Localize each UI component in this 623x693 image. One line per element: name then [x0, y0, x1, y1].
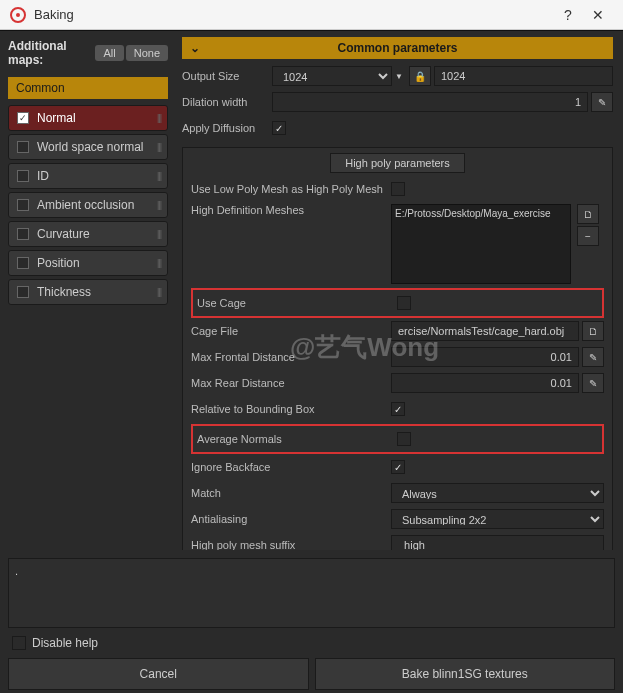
edit-icon[interactable]: ✎ [582, 347, 604, 367]
use-cage-checkbox[interactable] [397, 296, 411, 310]
bottom-panel: . Disable help Cancel Bake blinn1SG text… [0, 550, 623, 693]
cage-file-input[interactable] [391, 321, 579, 341]
use-low-poly-checkbox[interactable] [391, 182, 405, 196]
nav-label: World space normal [37, 140, 144, 154]
options-icon[interactable]: ||| [157, 229, 161, 239]
nav-world-space-normal[interactable]: World space normal ||| [8, 134, 168, 160]
relative-bbox-label: Relative to Bounding Box [191, 403, 391, 415]
panel-header[interactable]: ⌄ Common parameters [182, 37, 613, 59]
nav-label: Normal [37, 111, 76, 125]
max-frontal-input[interactable] [391, 347, 579, 367]
titlebar: Baking ? ✕ [0, 0, 623, 30]
nav-normal[interactable]: ✓ Normal ||| [8, 105, 168, 131]
sidebar: Additional maps: All None Common ✓ Norma… [0, 31, 176, 550]
chevron-down-icon: ⌄ [190, 41, 200, 55]
check-icon [17, 170, 29, 182]
average-normals-checkbox[interactable] [397, 432, 411, 446]
output-size-label: Output Size [182, 70, 272, 82]
check-icon: ✓ [17, 112, 29, 124]
check-icon [17, 228, 29, 240]
nav-ambient-occlusion[interactable]: Ambient occlusion ||| [8, 192, 168, 218]
high-def-meshes-label: High Definition Meshes [191, 204, 391, 216]
edit-icon[interactable]: ✎ [582, 373, 604, 393]
nav-label: Curvature [37, 227, 90, 241]
edit-icon[interactable]: ✎ [591, 92, 613, 112]
options-icon[interactable]: ||| [157, 113, 161, 123]
additional-maps-label: Additional maps: [8, 39, 87, 67]
file-browse-icon[interactable]: 🗋 [577, 204, 599, 224]
disable-help-checkbox[interactable] [12, 636, 26, 650]
window-title: Baking [34, 7, 553, 22]
help-button[interactable]: ? [553, 7, 583, 23]
use-cage-label: Use Cage [197, 297, 397, 309]
max-frontal-label: Max Frontal Distance [191, 351, 391, 363]
dilation-label: Dilation width [182, 96, 272, 108]
content-panel: ⌄ Common parameters Output Size 1024 ▼ 🔒… [176, 31, 623, 550]
apply-diffusion-checkbox[interactable]: ✓ [272, 121, 286, 135]
options-icon[interactable]: ||| [157, 287, 161, 297]
panel-title: Common parameters [337, 41, 457, 55]
subsection-title: High poly parameters [330, 153, 465, 173]
cage-file-label: Cage File [191, 325, 391, 337]
disable-help-label: Disable help [32, 636, 98, 650]
help-textbox: . [8, 558, 615, 628]
section-common[interactable]: Common [8, 77, 168, 99]
options-icon[interactable]: ||| [157, 171, 161, 181]
options-icon[interactable]: ||| [157, 200, 161, 210]
match-select[interactable]: Always [391, 483, 604, 503]
check-icon [17, 286, 29, 298]
average-normals-label: Average Normals [197, 433, 397, 445]
high-def-meshes-input[interactable]: E:/Protoss/Desktop/Maya_exercise [391, 204, 571, 284]
none-button[interactable]: None [126, 45, 168, 61]
use-low-poly-label: Use Low Poly Mesh as High Poly Mesh [191, 183, 391, 195]
lock-button[interactable]: 🔒 [409, 66, 431, 86]
all-button[interactable]: All [95, 45, 123, 61]
nav-label: Thickness [37, 285, 91, 299]
antialiasing-label: Antialiasing [191, 513, 391, 525]
high-suffix-input[interactable] [391, 535, 604, 550]
check-icon [17, 257, 29, 269]
bake-button[interactable]: Bake blinn1SG textures [315, 658, 616, 690]
high-poly-subsection: High poly parameters Use Low Poly Mesh a… [182, 147, 613, 550]
nav-thickness[interactable]: Thickness ||| [8, 279, 168, 305]
apply-diffusion-label: Apply Diffusion [182, 122, 272, 134]
options-icon[interactable]: ||| [157, 258, 161, 268]
dilation-input[interactable] [272, 92, 588, 112]
check-icon [17, 141, 29, 153]
output-width-select[interactable]: 1024 [272, 66, 392, 86]
nav-id[interactable]: ID ||| [8, 163, 168, 189]
app-icon [10, 7, 26, 23]
highlight-use-cage: Use Cage [191, 288, 604, 318]
output-height-input[interactable] [434, 66, 613, 86]
ignore-backface-label: Ignore Backface [191, 461, 391, 473]
high-suffix-label: High poly mesh suffix [191, 539, 391, 550]
ignore-backface-checkbox[interactable]: ✓ [391, 460, 405, 474]
remove-icon[interactable]: − [577, 226, 599, 246]
chevron-down-icon: ▼ [395, 72, 403, 81]
nav-label: Ambient occlusion [37, 198, 134, 212]
nav-label: ID [37, 169, 49, 183]
cancel-button[interactable]: Cancel [8, 658, 309, 690]
check-icon [17, 199, 29, 211]
max-rear-input[interactable] [391, 373, 579, 393]
nav-label: Position [37, 256, 80, 270]
match-label: Match [191, 487, 391, 499]
relative-bbox-checkbox[interactable]: ✓ [391, 402, 405, 416]
antialiasing-select[interactable]: Subsampling 2x2 [391, 509, 604, 529]
highlight-average-normals: Average Normals [191, 424, 604, 454]
close-button[interactable]: ✕ [583, 7, 613, 23]
file-browse-icon[interactable]: 🗋 [582, 321, 604, 341]
nav-position[interactable]: Position ||| [8, 250, 168, 276]
options-icon[interactable]: ||| [157, 142, 161, 152]
nav-curvature[interactable]: Curvature ||| [8, 221, 168, 247]
max-rear-label: Max Rear Distance [191, 377, 391, 389]
